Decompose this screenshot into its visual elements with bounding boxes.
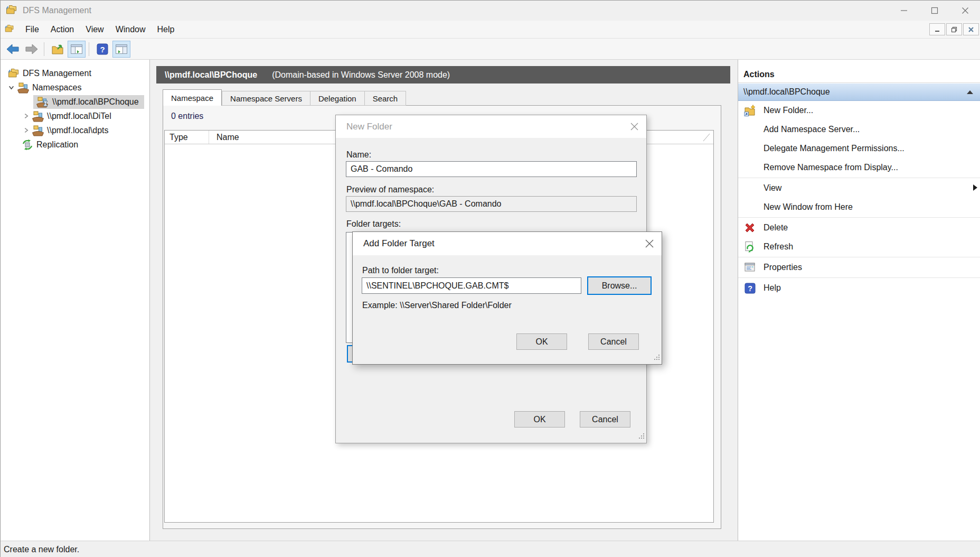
collapse-icon[interactable] — [967, 87, 973, 97]
resize-grip[interactable] — [653, 353, 660, 363]
action-delegate-management-permissions[interactable]: Delegate Management Permissions... — [738, 139, 980, 158]
action-new-folder[interactable]: New Folder... — [738, 101, 980, 120]
tree-item-namespaces[interactable]: Namespaces — [1, 80, 149, 95]
tree-label: Namespaces — [32, 83, 81, 92]
actions-group-header[interactable]: \\pmdf.local\BPChoque — [738, 83, 980, 101]
show-action-pane-icon[interactable] — [112, 41, 130, 58]
status-text: Create a new folder. — [4, 545, 79, 554]
toolbar: ? — [1, 39, 980, 60]
folder-targets-label: Folder targets: — [346, 219, 401, 229]
status-bar: Create a new folder. — [1, 541, 980, 557]
namespace-icon — [31, 125, 45, 136]
dfs-management-window: DFS Management File Action View Window H… — [0, 0, 980, 557]
tree-item-dfs-management[interactable]: DFS Management — [1, 66, 149, 80]
window-title: DFS Management — [23, 6, 91, 15]
cancel-button[interactable]: Cancel — [580, 411, 630, 428]
help-icon[interactable]: ? — [93, 41, 111, 58]
blank-icon-space — [742, 161, 757, 174]
action-label: New Window from Here — [764, 202, 853, 212]
resize-grip[interactable] — [638, 432, 645, 441]
blank-icon-space — [742, 142, 757, 155]
result-pane-header: \\pmdf.local\BPChoque (Domain-based in W… — [156, 66, 730, 83]
close-icon[interactable] — [637, 232, 662, 255]
tree-item-replication[interactable]: Replication — [1, 137, 149, 152]
path-example-text: Example: \\Server\Shared Folder\Folder — [362, 301, 512, 310]
action-label: Add Namespace Server... — [764, 125, 860, 134]
menu-action[interactable]: Action — [45, 23, 80, 36]
action-label: Delegate Management Permissions... — [764, 144, 904, 153]
tree-label: \\pmdf.local\DiTel — [47, 112, 111, 121]
tree-item-dpts[interactable]: \\pmdf.local\dpts — [1, 123, 149, 137]
action-label: Remove Namespace from Display... — [764, 163, 898, 172]
menu-view[interactable]: View — [80, 23, 109, 36]
namespace-mode: (Domain-based in Windows Server 2008 mod… — [272, 70, 450, 80]
name-label: Name: — [346, 150, 371, 160]
minimize-icon[interactable] — [889, 1, 919, 21]
cancel-button[interactable]: Cancel — [588, 333, 639, 350]
namespace-preview-field: \\pmdf.local\BPChoque\GAB - Comando — [346, 196, 637, 212]
back-icon[interactable] — [4, 41, 22, 58]
action-delete[interactable]: Delete — [738, 218, 980, 237]
chevron-collapsed-icon[interactable] — [22, 113, 30, 119]
chevron-expanded-icon[interactable] — [7, 85, 15, 90]
selected-tree-item: \\pmdf.local\BPChoque — [33, 95, 144, 109]
actions-separator — [738, 217, 980, 218]
tab-strip: Namespace Namespace Servers Delegation S… — [163, 89, 406, 106]
action-add-namespace-server[interactable]: Add Namespace Server... — [738, 120, 980, 139]
menu-window[interactable]: Window — [110, 23, 152, 36]
dfs-folder-icon — [7, 68, 21, 78]
export-list-icon[interactable] — [49, 41, 67, 58]
window-controls — [889, 1, 980, 21]
actions-separator — [738, 178, 980, 178]
child-close-icon[interactable] — [963, 23, 979, 35]
dialog-title-bar: New Folder — [336, 115, 646, 138]
path-label: Path to folder target: — [362, 266, 439, 275]
action-label: Refresh — [764, 242, 793, 252]
replication-icon — [21, 139, 34, 151]
action-refresh[interactable]: Refresh — [738, 237, 980, 256]
title-bar: DFS Management — [1, 1, 980, 21]
add-folder-target-dialog: Add Folder Target Path to folder target:… — [352, 231, 662, 365]
tab-delegation[interactable]: Delegation — [310, 91, 365, 106]
close-icon[interactable] — [950, 1, 980, 21]
svg-text:?: ? — [100, 44, 105, 53]
tab-namespace[interactable]: Namespace — [163, 89, 222, 106]
action-label: Properties — [764, 263, 802, 272]
new-folder-icon — [742, 104, 757, 117]
action-properties[interactable]: Properties — [738, 258, 980, 277]
tree-item-ditel[interactable]: \\pmdf.local\DiTel — [1, 109, 149, 123]
folder-name-input[interactable]: GAB - Comando — [346, 161, 637, 177]
dialog-title-bar: Add Folder Target — [353, 232, 662, 255]
menu-file[interactable]: File — [20, 23, 45, 36]
tab-search[interactable]: Search — [365, 91, 407, 106]
help-icon: ? — [742, 282, 757, 294]
ok-button[interactable]: OK — [516, 333, 567, 350]
child-restore-icon[interactable] — [946, 23, 962, 35]
actions-pane-title: Actions — [738, 66, 980, 83]
actions-pane: Actions \\pmdf.local\BPChoque New Folder… — [738, 60, 980, 541]
forward-icon[interactable] — [23, 41, 41, 58]
maximize-icon[interactable] — [919, 1, 950, 21]
submenu-arrow-icon — [973, 183, 977, 193]
action-label: View — [764, 183, 781, 193]
close-icon[interactable] — [622, 115, 646, 138]
delete-icon — [742, 221, 757, 234]
tree-item-bpchoque[interactable]: \\pmdf.local\BPChoque — [1, 95, 149, 109]
action-label: Delete — [764, 223, 788, 233]
menu-help[interactable]: Help — [152, 23, 181, 36]
column-type[interactable]: Type — [165, 131, 209, 144]
actions-separator — [738, 257, 980, 257]
svg-text:?: ? — [748, 284, 752, 292]
child-minimize-icon[interactable] — [929, 23, 945, 35]
show-console-tree-icon[interactable] — [68, 41, 86, 58]
folder-target-path-input[interactable]: \\SENTINEL\BPCHOQUE.GAB.CMT$ — [362, 277, 581, 294]
chevron-collapsed-icon[interactable] — [22, 127, 30, 133]
tab-namespace-servers[interactable]: Namespace Servers — [222, 91, 310, 106]
preview-label: Preview of namespace: — [346, 185, 434, 194]
action-view[interactable]: View — [738, 179, 980, 198]
browse-button[interactable]: Browse... — [587, 276, 652, 295]
action-new-window-from-here[interactable]: New Window from Here — [738, 198, 980, 217]
action-remove-namespace-from-display[interactable]: Remove Namespace from Display... — [738, 158, 980, 177]
action-help[interactable]: ? Help — [738, 278, 980, 298]
ok-button[interactable]: OK — [514, 411, 565, 428]
